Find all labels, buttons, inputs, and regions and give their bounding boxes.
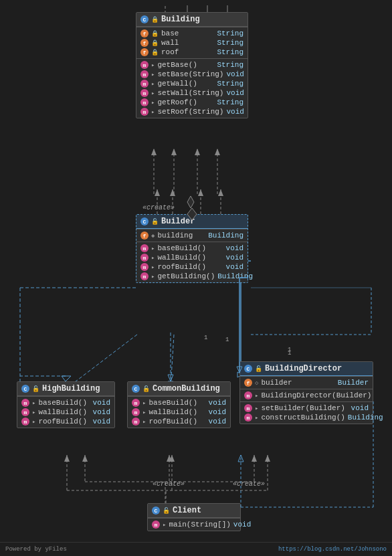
method-icon: m [140, 272, 149, 280]
director-title: BuildingDirector [265, 364, 342, 373]
lock-icon-wall: 🔒 [151, 39, 159, 47]
hb-method-wallbuild: m ▸ wallBuild() void [17, 407, 114, 417]
method-type: void [209, 399, 226, 407]
method-name: wallBuild() [157, 254, 223, 262]
director-field-builder: f ◇ builder Builder [240, 378, 373, 387]
multiplicity-label-1: 1 [288, 347, 291, 353]
method-icon: m [140, 61, 149, 69]
common-class-icon: C [132, 385, 140, 393]
method-icon: m [21, 408, 29, 416]
common-building-title: CommonBuilding [153, 384, 220, 393]
svg-marker-26 [82, 455, 88, 462]
high-building-title: HighBuilding [42, 384, 100, 393]
visibility-icon: ▸ [151, 71, 155, 78]
method-icon: m [132, 399, 140, 407]
high-building-methods: m ▸ baseBuild() void m ▸ wallBuild() voi… [17, 396, 114, 428]
method-type: void [226, 89, 243, 97]
method-icon: m [140, 70, 149, 78]
visibility-icon: ▸ [255, 414, 258, 422]
client-lock-icon: 🔓 [163, 507, 170, 515]
visibility-icon: ▸ [151, 99, 155, 106]
builder-method-roofbuild: m ▸ roofBuild() void [136, 262, 248, 272]
svg-line-14 [171, 335, 174, 388]
building-lock-icon: 🔒 [151, 16, 159, 23]
builder-title: Builder [161, 217, 195, 226]
building-field-base: f 🔒 base String [136, 29, 248, 38]
field-icon-builder: f [244, 379, 252, 387]
cb-method-wallbuild: m ▸ wallBuild() void [128, 407, 230, 417]
visibility-icon: ▸ [32, 409, 35, 416]
svg-marker-46 [168, 375, 173, 381]
director-method-construct: m ▸ constructBuilding() Building [240, 413, 373, 422]
visibility-icon: ▸ [151, 273, 155, 280]
field-type-builder: Builder [338, 379, 369, 387]
footer: Powered by yFiles https://blog.csdn.net/… [0, 542, 392, 556]
method-type: void [93, 418, 110, 426]
create-label-left: «create» [153, 480, 185, 488]
visibility-icon: ▸ [151, 264, 155, 271]
method-type: void [351, 404, 369, 412]
building-field-roof: f 🔒 roof String [136, 48, 248, 57]
field-icon-roof: f [140, 48, 149, 56]
hb-method-basebuild: m ▸ baseBuild() void [17, 398, 114, 407]
method-type: void [226, 244, 243, 252]
svg-line-12 [67, 335, 137, 388]
method-name: getRoof() [157, 98, 214, 106]
svg-marker-9 [195, 149, 200, 155]
building-method-getwall: m ▸ getWall() String [136, 79, 248, 88]
method-name: getWall() [157, 80, 214, 88]
building-director-box: C 🔓 BuildingDirector f ◇ builder Builder… [239, 361, 373, 424]
create-label-right: «create» [233, 480, 265, 488]
building-methods: m ▸ getBase() String m ▸ setBase(String)… [136, 58, 248, 118]
visibility-icon: ▸ [151, 62, 155, 69]
diagram-container: C 🔒 Building f 🔒 base String f 🔒 wall St… [0, 0, 392, 542]
svg-marker-64 [238, 455, 243, 462]
builder-class-icon: C [140, 217, 149, 225]
visibility-icon: ▸ [151, 245, 155, 252]
svg-marker-37 [198, 189, 203, 196]
footer-left: Powered by yFiles [5, 546, 67, 553]
method-name: roofBuild() [157, 263, 223, 271]
builder-methods: m ▸ baseBuild() void m ▸ wallBuild() voi… [136, 242, 248, 282]
visibility-icon: ▸ [151, 254, 155, 262]
method-name: roofBuild() [38, 418, 90, 426]
visibility-icon: ▸ [142, 418, 146, 426]
method-name: wallBuild() [38, 408, 90, 416]
method-icon: m [140, 98, 149, 106]
visibility-icon: ▸ [151, 80, 155, 88]
client-class-icon: C [152, 506, 160, 515]
method-name: setBuilder(Builder) [261, 404, 348, 412]
svg-marker-60 [265, 455, 270, 462]
method-type: String [217, 98, 243, 106]
common-lock-icon: 🔓 [142, 385, 150, 393]
svg-marker-56 [64, 455, 70, 462]
director-constructor: m ▸ BuildingDirector(Builder) [240, 389, 373, 401]
method-type: void [93, 408, 110, 416]
building-method-setwall: m ▸ setWall(String) void [136, 88, 248, 98]
svg-marker-31 [187, 196, 194, 208]
builder-method-wallbuild: m ▸ wallBuild() void [136, 253, 248, 262]
method-type: void [209, 418, 226, 426]
svg-marker-35 [170, 189, 175, 196]
visibility-icon-bdr: ◇ [255, 379, 258, 387]
method-icon: m [140, 89, 149, 97]
method-name: baseBuild() [38, 399, 90, 407]
building-box: C 🔒 Building f 🔒 base String f 🔒 wall St… [136, 12, 248, 118]
method-type: Building [217, 272, 253, 280]
director-class-icon: C [244, 365, 252, 373]
building-field-wall: f 🔒 wall String [136, 38, 248, 48]
field-type-base: String [217, 29, 243, 37]
field-name-roof: roof [161, 48, 214, 56]
method-icon: m [132, 418, 140, 426]
builder-box: C 🔓 Builder f ◆ building Building m ▸ ba… [136, 214, 248, 283]
svg-marker-43 [62, 376, 71, 381]
method-icon: m [140, 263, 149, 271]
building-director-header: C 🔓 BuildingDirector [240, 362, 373, 376]
svg-marker-30 [252, 455, 257, 462]
method-type: void [226, 70, 243, 78]
common-building-box: C 🔓 CommonBuilding m ▸ baseBuild() void … [127, 381, 231, 428]
hb-method-roofbuild: m ▸ roofBuild() void [17, 417, 114, 426]
svg-marker-5 [151, 149, 157, 155]
builder-field-building: f ◆ building Building [136, 231, 248, 240]
method-type: void [226, 108, 243, 116]
